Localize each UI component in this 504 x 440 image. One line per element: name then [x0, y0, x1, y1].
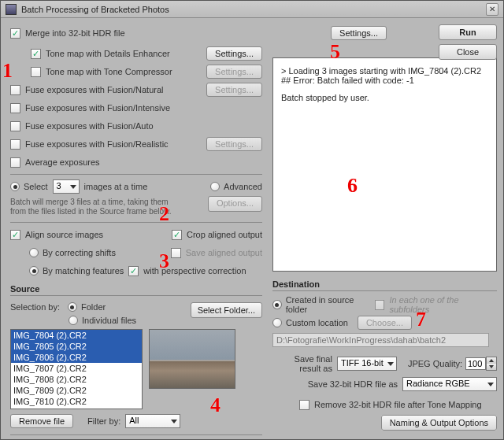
- titlebar: Batch Processing of Bracketed Photos ✕: [1, 1, 503, 18]
- tone-compressor-label: Tone map with Tone Compressor: [46, 67, 172, 76]
- select-folder-button[interactable]: Select Folder...: [191, 302, 262, 318]
- jpeg-quality-spinner[interactable]: [486, 357, 497, 371]
- perspective-checkbox[interactable]: ✓: [128, 266, 139, 276]
- merge-hdr-label: Merge into 32-bit HDR file: [25, 28, 125, 38]
- annotation-5: 5: [330, 40, 340, 64]
- run-button[interactable]: Run: [439, 24, 497, 40]
- options-button: Options...: [208, 196, 262, 212]
- details-enhancer-checkbox[interactable]: ✓: [31, 49, 41, 59]
- folder-radio[interactable]: [68, 302, 77, 312]
- annotation-6: 6: [347, 174, 358, 198]
- custom-location-label: Custom location: [286, 318, 348, 327]
- remove-32bit-checkbox[interactable]: [299, 400, 309, 410]
- tone-compressor-checkbox[interactable]: [31, 67, 41, 77]
- average-exposures-checkbox[interactable]: [10, 157, 20, 168]
- log-line: ## Error: Batch failed with code: -1: [281, 76, 491, 85]
- align-source-label: Align source images: [25, 230, 103, 239]
- save-final-label: Save final result as: [272, 354, 337, 373]
- individual-files-radio[interactable]: [69, 316, 78, 325]
- average-exposures-label: Average exposures: [25, 157, 100, 167]
- list-item[interactable]: IMG_7808 (2).CR2: [11, 374, 142, 385]
- images-count-select[interactable]: 3: [53, 179, 80, 194]
- fusion-auto-checkbox[interactable]: [10, 121, 20, 131]
- matching-features-radio[interactable]: [29, 266, 39, 275]
- selection-by-label: Selection by:: [10, 302, 60, 312]
- fusion-natural-label: Fuse exposures with Fusion/Natural: [25, 85, 163, 94]
- crop-aligned-label: Crop aligned output: [187, 230, 262, 239]
- filter-select[interactable]: All: [125, 414, 180, 428]
- destination-path-input: D:\Fotografie\WorkInProgress\dahab\batch…: [272, 333, 489, 347]
- merge-hint: Batch will merge 3 files at a time, taki…: [10, 198, 176, 216]
- filter-by-label: Filter by:: [87, 416, 120, 426]
- select-images-radio[interactable]: [10, 182, 20, 191]
- save-final-select[interactable]: TIFF 16-bit: [337, 357, 397, 371]
- matching-features-label: By matching features: [43, 266, 124, 275]
- custom-location-radio[interactable]: [272, 318, 282, 327]
- save-aligned-label: Save aligned output: [186, 248, 262, 257]
- preview-image: [149, 329, 235, 389]
- select-label: Select: [24, 182, 48, 191]
- list-item[interactable]: IMG_7809 (2).CR2: [11, 385, 142, 396]
- correcting-shifts-radio[interactable]: [29, 248, 39, 257]
- save-32bit-select[interactable]: Radiance RGBE: [402, 377, 497, 391]
- annotation-7: 7: [416, 308, 426, 331]
- annotation-4: 4: [210, 394, 220, 417]
- choose-button: Choose...: [358, 316, 412, 330]
- folder-label: Folder: [81, 302, 106, 312]
- save-32bit-label: Save 32-bit HDR file as: [272, 379, 402, 389]
- annotation-1: 1: [2, 59, 13, 83]
- align-source-checkbox[interactable]: ✓: [10, 230, 20, 240]
- fusion-intensive-label: Fuse exposures with Fusion/Intensive: [25, 103, 170, 113]
- fusion-natural-checkbox[interactable]: [10, 85, 20, 95]
- log-line: > Loading 3 images starting with IMG_780…: [281, 66, 491, 76]
- naming-output-button[interactable]: Naming & Output Options: [381, 415, 497, 431]
- annotation-2: 2: [159, 202, 169, 226]
- fusion-auto-label: Fuse exposures with Fusion/Auto: [25, 121, 154, 131]
- correcting-shifts-label: By correcting shifts: [43, 248, 116, 257]
- remove-file-button[interactable]: Remove file: [10, 414, 73, 428]
- each-subfolder-label: In each one of the subfolders: [389, 295, 497, 314]
- list-item[interactable]: IMG_7810 (2).CR2: [11, 396, 142, 407]
- log-line: Batch stopped by user.: [281, 93, 491, 102]
- created-in-source-label: Created in source folder: [286, 295, 375, 314]
- list-item[interactable]: IMG_7805 (2).CR2: [11, 341, 142, 352]
- log-output: > Loading 3 images starting with IMG_780…: [272, 57, 497, 272]
- merge-hdr-checkbox[interactable]: ✓: [10, 28, 20, 39]
- crop-aligned-checkbox[interactable]: ✓: [172, 230, 182, 240]
- advanced-label: Advanced: [224, 182, 262, 191]
- list-item[interactable]: IMG_7804 (2).CR2: [11, 330, 142, 341]
- fusion-realistic-label: Fuse exposures with Fusion/Realistic: [25, 139, 169, 149]
- fusion-intensive-checkbox[interactable]: [10, 103, 20, 113]
- app-icon: [6, 4, 17, 15]
- jpeg-quality-label: JPEG Quality:: [408, 359, 462, 368]
- details-enhancer-label: Tone map with Details Enhancer: [46, 49, 170, 58]
- fusion-realistic-checkbox[interactable]: [10, 139, 20, 150]
- source-header: Source: [10, 284, 262, 296]
- compressor-settings-button: Settings...: [206, 65, 262, 79]
- window-title: Batch Processing of Bracketed Photos: [21, 5, 486, 14]
- list-item[interactable]: IMG_7807 (2).CR2: [11, 363, 142, 374]
- images-at-time-label: images at a time: [84, 182, 148, 191]
- list-item[interactable]: IMG_7806 (2).CR2: [11, 352, 142, 363]
- close-button[interactable]: Close: [439, 44, 497, 60]
- close-icon[interactable]: ✕: [486, 3, 498, 16]
- save-aligned-checkbox[interactable]: [171, 248, 181, 258]
- individual-files-label: Individual files: [82, 316, 136, 325]
- each-subfolder-checkbox: [375, 300, 385, 310]
- advanced-radio[interactable]: [210, 182, 220, 191]
- annotation-3: 3: [159, 250, 169, 273]
- details-settings-button[interactable]: Settings...: [206, 46, 262, 61]
- created-in-source-radio[interactable]: [272, 300, 282, 309]
- destination-header: Destination: [272, 279, 497, 291]
- file-list[interactable]: IMG_7804 (2).CR2 IMG_7805 (2).CR2 IMG_78…: [10, 329, 143, 409]
- jpeg-quality-input[interactable]: 100: [465, 357, 486, 370]
- remove-32bit-label: Remove 32-bit HDR file after Tone Mappin…: [314, 400, 482, 409]
- fusion-natural-settings-button: Settings...: [206, 83, 262, 97]
- fusion-realistic-settings-button: Settings...: [206, 137, 262, 151]
